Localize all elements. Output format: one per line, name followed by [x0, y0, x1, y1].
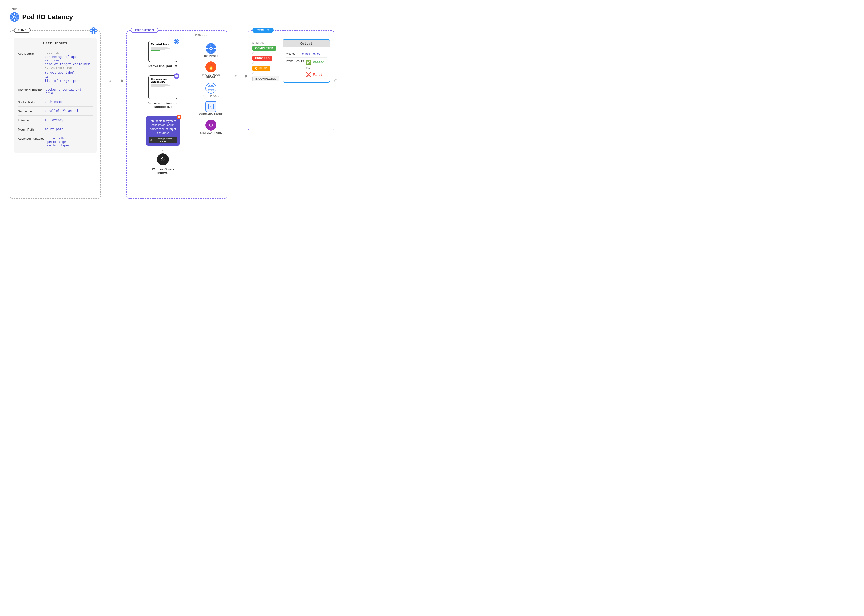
svg-point-35	[178, 117, 180, 118]
input-label-app-details: App Details	[18, 51, 42, 83]
k8s-probe-item: K8S PROBE	[203, 43, 218, 58]
srm-slo-probe-label: SRM SLO PROBE	[200, 132, 222, 134]
input-row-container-runtime: Container runtime docker , containerd cr…	[18, 85, 93, 97]
step-arrow-1: ↓	[162, 70, 164, 74]
or-divider-3: OR	[252, 72, 279, 75]
prometheus-probe-item: 🔥 PROMETHEUS PROBE	[199, 61, 223, 79]
container-sandbox-card: Container and sandbox IDs	[148, 75, 177, 99]
step-arrow-2: ↓	[162, 110, 164, 114]
app-detail-value-2: name of target container	[45, 62, 93, 66]
input-row-advanced-tunables: Advanced tunables file path percentage m…	[18, 134, 93, 149]
tune-to-execution-dot	[109, 80, 111, 82]
input-label-latency: Latency	[18, 118, 42, 122]
arrow-right-icon	[116, 79, 123, 83]
arrow-right-icon-2	[240, 74, 248, 79]
status-column: STATUS COMPLETED OR ERRORED OR QUEUED OR…	[252, 39, 279, 83]
metrics-label: Metrics	[286, 52, 300, 55]
input-values-app-details: REQUIRED percentage of app replicas name…	[45, 51, 93, 83]
command-probe-label: COMMAND PROBE	[199, 113, 223, 116]
page-title: Pod I/O Latency	[22, 13, 73, 21]
status-completed: COMPLETED	[252, 46, 276, 51]
step-label-wait: Wait for Chaos Interval	[148, 167, 177, 174]
probe-column: K8S PROBE 🔥 PROMETHEUS PROBE	[199, 41, 223, 174]
input-label-sequence: Sequence	[18, 109, 42, 113]
advanced-value-2: percentage	[47, 140, 93, 143]
helm-icon	[9, 12, 19, 22]
input-row-socket-path: Socket Path path name	[18, 97, 93, 106]
output-card-body: Metrics chaos metrics Probe Results ✅ Pa…	[283, 47, 330, 82]
status-queued: QUEUED	[252, 66, 270, 71]
advanced-value-3: method types	[47, 143, 93, 147]
srm-slo-probe-item: ⚙ SRM SLO PROBE	[200, 119, 222, 134]
intercept-card: Intercepts filesystem calls inside mount…	[146, 116, 180, 146]
step-label-1: Derive final pod list	[148, 64, 177, 68]
input-values-socket-path: path name	[45, 100, 93, 104]
input-row-latency: Latency IO latency	[18, 115, 93, 124]
input-values-sequence: parallel OR serial	[45, 109, 93, 113]
advanced-value-1: file path	[47, 136, 93, 140]
command-probe-item: >_ COMMAND PROBE	[199, 101, 223, 116]
input-values-container-runtime: docker , containerd crio	[46, 88, 93, 95]
http-probe-item: HTTP PROBE	[203, 83, 219, 97]
svg-text:>_: >_	[209, 105, 213, 108]
runtime-value-2: crio	[46, 91, 93, 95]
output-card: Output Metrics chaos metrics Probe Resul…	[282, 39, 330, 83]
any-one-badge: ANY ONE OF THESE	[45, 67, 93, 70]
failed-badge: ❌ Failed	[306, 72, 324, 77]
status-errored: ERRORED	[252, 56, 273, 61]
metrics-value: chaos metrics	[302, 52, 320, 55]
result-right-dot	[334, 79, 337, 82]
svg-point-2	[14, 17, 15, 18]
step-label-2: Derive container and sandbox IDs	[146, 101, 180, 108]
or-divider-1: OR	[252, 52, 279, 55]
input-values-advanced-tunables: file path percentage method types	[47, 136, 93, 147]
input-values-mount-path: mount path	[45, 127, 93, 131]
execution-to-result-dot	[235, 75, 237, 77]
or-divider-2: OR	[252, 62, 279, 65]
execution-section: EXECUTION PROBES Targeted Pods	[126, 30, 227, 198]
prometheus-probe-label: PROMETHEUS PROBE	[199, 74, 223, 79]
tune-k8s-icon	[90, 27, 97, 35]
tune-section: TUNE User Inputs App Details	[9, 30, 101, 198]
x-icon: ❌	[306, 72, 311, 77]
input-row-sequence: Sequence parallel OR serial	[18, 106, 93, 115]
or-text-1: OR	[45, 75, 93, 79]
fault-label: Fault	[9, 7, 855, 11]
required-badge: REQUIRED	[45, 51, 93, 54]
result-section: RESULT STATUS COMPLETED OR ERRORED OR QU…	[248, 30, 334, 131]
status-label: STATUS	[252, 41, 279, 44]
http-probe-label: HTTP PROBE	[203, 94, 219, 97]
user-inputs-card: User Inputs App Details REQUIRED percent…	[14, 38, 96, 153]
input-label-container-runtime: Container runtime	[18, 88, 43, 95]
svg-point-38	[210, 48, 212, 49]
execution-badge: EXECUTION	[131, 28, 158, 33]
passed-badge: ✅ Passed	[306, 60, 324, 65]
probes-label: PROBES	[195, 33, 208, 36]
runtime-value-1: docker , containerd	[46, 88, 93, 91]
metrics-row: Metrics chaos metrics	[286, 50, 327, 58]
targeted-pods-card: Targeted Pods	[148, 41, 177, 62]
latency-value: IO latency	[45, 118, 93, 122]
svg-point-13	[93, 30, 94, 31]
step-arrow-3: ↓	[162, 148, 164, 151]
status-incompleted: INCOMPLETED	[252, 76, 279, 82]
mount-path-value: mount path	[45, 127, 93, 131]
tune-badge: TUNE	[14, 28, 30, 33]
result-badge: RESULT	[252, 28, 274, 33]
input-values-latency: IO latency	[45, 118, 93, 122]
input-label-advanced-tunables: Advanced tunables	[18, 136, 44, 147]
wait-circle: ⏱	[157, 153, 169, 165]
app-detail-value-1: percentage of app replicas	[45, 55, 93, 62]
input-label-socket-path: Socket Path	[18, 100, 42, 104]
sequence-value: parallel OR serial	[45, 109, 93, 113]
app-detail-value-4: list of target pods	[45, 79, 93, 83]
svg-point-25	[176, 41, 177, 42]
k8s-probe-label: K8S PROBE	[203, 55, 218, 58]
socket-path-value: path name	[45, 100, 93, 104]
input-row-app-details: App Details REQUIRED percentage of app r…	[18, 49, 93, 85]
probe-result-section: ✅ Passed OR ❌ Failed	[306, 60, 324, 77]
input-label-mount-path: Mount Path	[18, 127, 42, 131]
execution-steps: Targeted Pods	[131, 41, 195, 174]
probe-results-label: Probe Results	[286, 60, 304, 63]
privilege-text: Privilege access required	[153, 138, 175, 142]
